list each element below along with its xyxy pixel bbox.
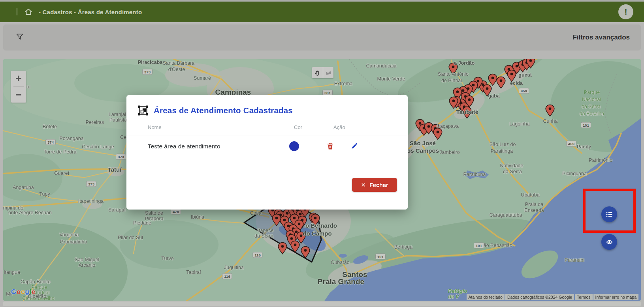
trash-icon [327,142,333,150]
draw-polygon-tool[interactable] [323,67,334,78]
area-name: Teste área de atendimento [126,143,283,150]
google-logo[interactable]: Google [11,288,36,296]
pan-hand-tool[interactable] [312,67,323,78]
table-header: Nome Cor Ação [126,124,408,130]
delete-area-button[interactable] [327,142,333,150]
column-nome: Nome [126,124,294,130]
advanced-filters-button[interactable]: Filtros avançados [572,34,630,41]
report-error-link[interactable]: Informar erro no mapa [593,294,638,300]
area-select-icon [138,105,148,116]
google-logo-letter: e [32,288,36,296]
keyboard-shortcuts-link[interactable]: Atalhos do teclado [467,294,505,300]
list-icon [606,211,613,218]
google-logo-letter: o [21,288,25,296]
eye-icon [606,239,613,245]
area-color-dot [289,141,299,151]
close-label: Fechar [369,182,388,188]
google-logo-letter: G [11,288,17,296]
exclamation-icon: ! [625,7,627,17]
header-divider [17,8,17,15]
column-acao: Ação [333,124,381,130]
table-divider [126,162,408,162]
google-logo-letter: g [25,288,30,296]
areas-list-button[interactable] [601,206,617,222]
table-row: Teste área de atendimento [126,135,408,157]
close-icon: ✕ [361,182,366,189]
zoom-in-button[interactable]: + [11,71,26,86]
terms-link[interactable]: Termos [575,294,592,300]
map-data-label: Dados cartográficos ©2024 Google [505,294,574,300]
map-attribution: Atalhos do teclado Dados cartográficos ©… [467,294,638,300]
bottom-strip [3,301,641,306]
areas-modal: Áreas de Atendimento Cadastradas Nome Co… [126,95,408,210]
google-logo-letter: o [17,288,21,296]
filter-bar: Filtros avançados [3,24,641,51]
zoom-out-button[interactable]: − [11,87,26,103]
map-zoom-control: + − [11,71,26,103]
modal-title: Áreas de Atendimento Cadastradas [154,106,293,115]
edit-area-button[interactable] [351,142,358,150]
filter-funnel-icon[interactable] [16,33,24,43]
breadcrumb: - Cadastros - Áreas de Atendimento [39,9,142,15]
alert-button[interactable]: ! [618,4,633,19]
app-header: - Cadastros - Áreas de Atendimento ! [0,2,644,22]
pencil-icon [351,143,358,150]
home-icon[interactable] [24,7,33,17]
close-modal-button[interactable]: ✕ Fechar [352,178,397,192]
column-cor: Cor [294,124,333,130]
drawing-toolbar [312,67,333,78]
visibility-button[interactable] [601,234,617,250]
